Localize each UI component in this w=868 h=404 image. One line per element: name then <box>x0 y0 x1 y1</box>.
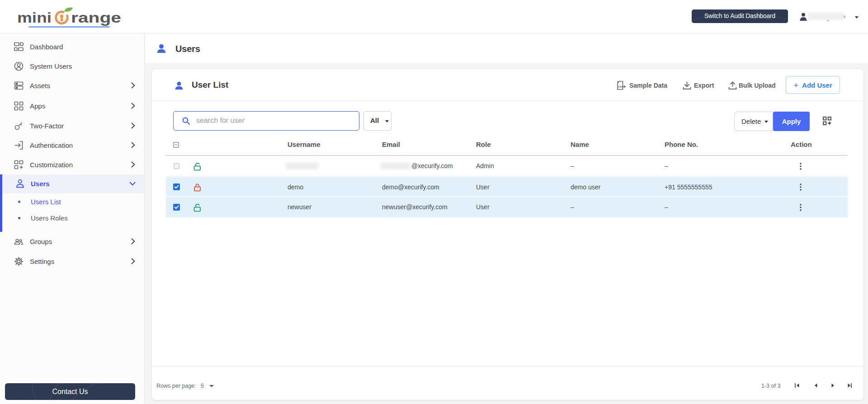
svg-text:CSV: CSV <box>618 86 623 88</box>
svg-text:range: range <box>71 10 121 26</box>
svg-text:mini: mini <box>17 10 52 26</box>
